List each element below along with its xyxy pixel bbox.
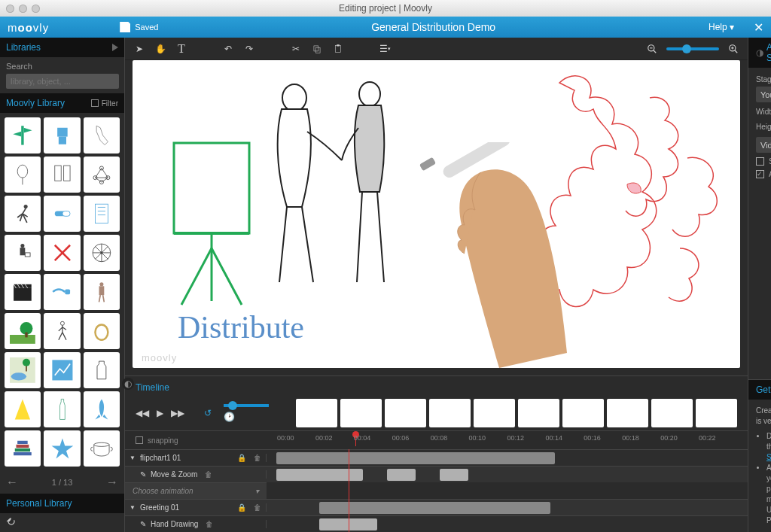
lib-item-runner[interactable] bbox=[5, 196, 41, 232]
close-button[interactable]: ✕ bbox=[754, 20, 763, 35]
track-row-anim[interactable]: ✎ Hand Drawing 🗑 bbox=[125, 515, 748, 532]
stage-canvas[interactable]: Distribute moovly bbox=[133, 60, 740, 368]
lib-item-balloon[interactable] bbox=[5, 157, 41, 193]
cut-button[interactable]: ✂ bbox=[289, 42, 303, 56]
lib-item-robot[interactable] bbox=[44, 117, 80, 154]
svg-rect-20 bbox=[62, 211, 69, 217]
thumb-frame[interactable] bbox=[385, 399, 426, 427]
pointer-tool[interactable]: ➤ bbox=[133, 42, 146, 56]
redo-button[interactable]: ↷ bbox=[242, 42, 256, 56]
thumb-frame[interactable] bbox=[296, 399, 337, 427]
lib-item-clapboard[interactable] bbox=[5, 274, 41, 310]
choose-animation-dropdown[interactable]: Choose animation ▾ bbox=[125, 482, 267, 499]
thumb-frame[interactable] bbox=[651, 399, 693, 427]
personal-library-heading[interactable]: Personal Library bbox=[0, 494, 124, 513]
time-mark: 00:04 bbox=[354, 434, 371, 442]
lib-item-plug[interactable] bbox=[44, 274, 80, 310]
loop-button[interactable]: ↺ bbox=[204, 408, 212, 418]
lib-item-wheel[interactable] bbox=[84, 235, 120, 271]
timeline-zoom-slider[interactable] bbox=[224, 404, 269, 407]
align-button[interactable]: ☰▾ bbox=[378, 42, 392, 56]
getting-started-body: Creating an animation is very easy: Drag… bbox=[748, 400, 771, 532]
thumb-frame[interactable] bbox=[607, 399, 648, 427]
timeline-collapse-icon[interactable]: ◐ bbox=[122, 378, 134, 390]
stage-properties-label: Stage Properties bbox=[756, 75, 771, 84]
lib-item-books[interactable] bbox=[5, 430, 41, 467]
zoom-slider[interactable] bbox=[666, 47, 719, 50]
svg-rect-26 bbox=[20, 248, 26, 255]
lib-item-towel[interactable] bbox=[44, 157, 80, 193]
svg-rect-0 bbox=[21, 126, 23, 144]
undo-button[interactable]: ↶ bbox=[221, 42, 235, 56]
autosave-checkbox[interactable] bbox=[756, 170, 764, 178]
lib-item-building[interactable] bbox=[84, 196, 120, 232]
lib-item-shopper[interactable] bbox=[5, 235, 41, 271]
forward-button[interactable]: ▶▶ bbox=[171, 408, 184, 418]
lib-item-chart[interactable] bbox=[44, 352, 80, 388]
lib-item-pot[interactable] bbox=[84, 430, 120, 467]
collapse-right-icon[interactable]: ◑ bbox=[756, 47, 763, 58]
trash-icon[interactable]: 🗑 bbox=[254, 503, 261, 512]
lib-item-walker[interactable] bbox=[44, 313, 80, 349]
thumb-frame[interactable] bbox=[340, 399, 382, 427]
svg-line-41 bbox=[99, 295, 100, 302]
trash-icon[interactable]: 🗑 bbox=[205, 470, 212, 479]
track-row[interactable]: ▼ Greeting 01 🔒 🗑 bbox=[125, 499, 748, 515]
lib-item-atomium[interactable] bbox=[84, 157, 120, 193]
paste-button[interactable] bbox=[331, 42, 345, 56]
preset-dropdown[interactable]: YouTube 480p ▾ bbox=[756, 87, 771, 102]
svg-point-18 bbox=[24, 205, 28, 208]
rewind-button[interactable]: ◀◀ bbox=[136, 408, 149, 418]
lock-icon[interactable]: 🔒 bbox=[237, 454, 246, 462]
time-mark: 00:10 bbox=[469, 434, 486, 442]
lib-item-signpost[interactable] bbox=[5, 117, 41, 154]
track-expand-icon[interactable]: ▼ bbox=[130, 454, 136, 461]
stage-color-checkbox[interactable] bbox=[756, 157, 764, 166]
time-mark: 00:02 bbox=[315, 434, 333, 442]
trash-icon[interactable]: 🗑 bbox=[254, 454, 261, 462]
help-menu[interactable]: Help ▾ bbox=[709, 22, 734, 32]
snapping-checkbox[interactable] bbox=[136, 436, 143, 444]
traffic-lights[interactable] bbox=[6, 5, 40, 13]
anim-icon: ✎ bbox=[140, 470, 146, 479]
time-ruler[interactable]: 00:0000:0200:0400:0600:0800:1000:1200:14… bbox=[277, 434, 737, 446]
lib-item-man[interactable] bbox=[84, 274, 120, 310]
thumb-frame[interactable] bbox=[518, 399, 559, 427]
thumb-frame[interactable] bbox=[562, 399, 604, 427]
track-expand-icon[interactable]: ▼ bbox=[130, 504, 136, 511]
hand-tool[interactable]: ✋ bbox=[154, 42, 167, 56]
clock-icon[interactable]: 🕑 bbox=[224, 412, 269, 422]
lib-item-x[interactable] bbox=[44, 235, 80, 271]
lock-icon[interactable]: 🔒 bbox=[237, 503, 246, 512]
library-prev-page[interactable]: ← bbox=[6, 476, 18, 489]
lib-item-lake[interactable] bbox=[5, 352, 41, 388]
lib-item-bottle2[interactable] bbox=[44, 391, 80, 427]
search-input[interactable] bbox=[6, 74, 119, 89]
text-tool[interactable]: T bbox=[175, 42, 188, 56]
refresh-icon[interactable] bbox=[6, 516, 17, 527]
lib-item-italy[interactable] bbox=[84, 117, 120, 154]
track-row-anim[interactable]: ✎ Move & Zoom 🗑 bbox=[125, 466, 748, 482]
lib-item-bottle[interactable] bbox=[84, 352, 120, 388]
svg-point-49 bbox=[11, 373, 26, 381]
play-button[interactable]: ▶ bbox=[157, 408, 163, 418]
zoom-in-button[interactable] bbox=[727, 42, 740, 56]
thumb-frame[interactable] bbox=[429, 399, 471, 427]
lib-item-spotlight[interactable] bbox=[5, 391, 41, 427]
lib-item-pill[interactable] bbox=[44, 196, 80, 232]
collapse-left-icon[interactable] bbox=[112, 44, 118, 51]
copy-button[interactable] bbox=[310, 42, 324, 56]
thumb-frame[interactable] bbox=[696, 399, 737, 427]
video-mode-dropdown[interactable]: Video mode ▾ bbox=[756, 137, 771, 153]
lib-item-rocket[interactable] bbox=[84, 391, 120, 427]
lib-item-ring[interactable] bbox=[84, 313, 120, 349]
thumb-frame[interactable] bbox=[474, 399, 515, 427]
track-row[interactable]: ▼ flipchart1 01 🔒 🗑 bbox=[125, 449, 748, 466]
lib-item-star[interactable] bbox=[44, 430, 80, 467]
filter-toggle[interactable]: Filter bbox=[91, 99, 118, 108]
lib-item-tree[interactable] bbox=[5, 313, 41, 349]
trash-icon[interactable]: 🗑 bbox=[206, 520, 213, 528]
library-next-page[interactable]: → bbox=[106, 476, 118, 489]
gs-link-stage[interactable]: Stage bbox=[766, 453, 771, 461]
zoom-out-button[interactable] bbox=[645, 42, 659, 56]
